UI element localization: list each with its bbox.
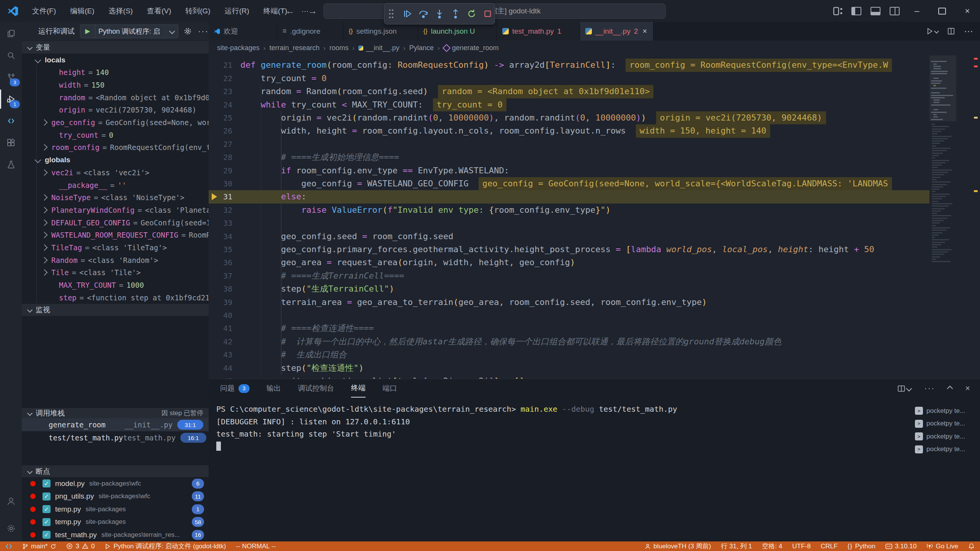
variable-row[interactable]: MAX_TRY_COUNT=1000 [22, 279, 209, 292]
toggle-panel-icon[interactable] [871, 7, 880, 15]
terminal-instance[interactable]: >pocketpy te... [915, 417, 980, 430]
breakpoint-row[interactable]: ✓png_utils.pysite-packages\wfc11 [22, 490, 209, 503]
activity-explorer[interactable] [0, 24, 22, 43]
code-editor[interactable]: 2021def generate_room(room_config: RoomR… [209, 55, 980, 379]
menu-终端(T)[interactable]: 终端(T) [263, 6, 287, 16]
status-language-mode[interactable]: {}Python [848, 543, 875, 550]
expander-icon[interactable] [41, 194, 48, 201]
expander-icon[interactable] [41, 219, 48, 226]
close-icon[interactable]: × [642, 27, 647, 36]
step-into-icon[interactable] [433, 7, 446, 21]
activity-run-and-debug[interactable]: 1 [0, 90, 22, 109]
expander-icon[interactable] [41, 232, 48, 238]
variables-section-header[interactable]: 变量 [22, 41, 209, 54]
tab-launch.json[interactable]: {}launch.json U [418, 22, 497, 41]
tab-.gdignore[interactable]: ≡.gdignore [277, 22, 343, 41]
status-cursor-position[interactable]: 行 31, 列 1 [721, 542, 752, 551]
toggle-primary-sidebar-icon[interactable] [851, 7, 861, 15]
breakpoint-checkbox[interactable]: ✓ [42, 518, 51, 526]
split-editor-icon[interactable] [947, 28, 955, 35]
status-git-author[interactable]: blueloveTH (3 周前) [645, 542, 711, 551]
variable-row[interactable]: globals [22, 154, 209, 166]
breadcrumb-item[interactable]: site-packages [217, 44, 260, 52]
terminal-instance[interactable]: >pocketpy te... [915, 443, 980, 456]
nav-back-icon[interactable]: ← [285, 5, 295, 16]
breadcrumb-item[interactable]: rooms [329, 44, 348, 52]
breakpoint-row[interactable]: ✓temp.pysite-packages58 [22, 516, 209, 528]
activity-manage[interactable] [0, 519, 22, 538]
variable-row[interactable]: Tile=<class 'Tile'> [22, 266, 209, 279]
variable-row[interactable]: DEFAULT_GEO_CONFIG=GeoConfig(seed=1… [22, 216, 209, 229]
status-remote-indicator[interactable] [5, 543, 12, 550]
status-problems[interactable]: 30 [66, 543, 95, 550]
breadcrumb-item[interactable]: Pylance [409, 44, 434, 52]
expander-icon[interactable] [41, 169, 48, 176]
window-close-button[interactable]: × [955, 0, 980, 22]
breakpoint-checkbox[interactable]: ✓ [42, 531, 51, 539]
panel-tab-端口[interactable]: 端口 [382, 379, 397, 398]
activity-accounts[interactable] [0, 492, 22, 511]
breakpoints-section-header[interactable]: 断点 [22, 465, 209, 477]
status-python-version[interactable]: 3.10.10 [885, 543, 917, 550]
expander-icon[interactable] [35, 157, 41, 163]
callstack-section-header[interactable]: 调用堆栈 因 step 已暂停 [22, 408, 209, 418]
variable-row[interactable]: try_count=0 [22, 129, 209, 141]
status-git-branch[interactable]: main* [22, 543, 56, 550]
customize-layout-icon[interactable] [833, 7, 843, 15]
activity-extensions[interactable] [0, 133, 22, 152]
status-go-live[interactable]: Go Live [926, 543, 958, 550]
status-eol[interactable]: CRLF [821, 543, 838, 550]
window-maximize-button[interactable] [929, 0, 955, 22]
restart-icon[interactable] [465, 7, 479, 21]
drag-handle-icon[interactable] [384, 7, 398, 21]
tab-test_math.py[interactable]: test_math.py1 [497, 22, 580, 41]
debug-config-select[interactable]: ▶ Python 调试程序: 启 [80, 24, 178, 38]
views-more-actions-icon[interactable]: ··· [198, 26, 209, 36]
variable-row[interactable]: random=<Random object at 0x1bf9d01e… [22, 91, 209, 104]
menu-查看(V)[interactable]: 查看(V) [147, 6, 171, 16]
toggle-secondary-sidebar-icon[interactable] [890, 7, 900, 15]
status-notifications[interactable] [968, 543, 975, 549]
callstack-frame[interactable]: test/test_math.pytest_math.py16:1 [22, 431, 209, 444]
breakpoint-row[interactable]: ✓temp.pysite-packages1 [22, 503, 209, 515]
breakpoint-row[interactable]: ✓model.pysite-packages\wfc6 [22, 477, 209, 490]
panel-tab-调试控制台[interactable]: 调试控制台 [298, 379, 334, 398]
expander-icon[interactable] [41, 257, 48, 263]
variable-row[interactable]: __package__='' [22, 179, 209, 191]
expander-icon[interactable] [41, 207, 48, 213]
breadcrumb-item[interactable]: __init__.py [358, 44, 399, 52]
terminal-output[interactable]: PS C:\computer_science\godot-ldtk\site-p… [216, 403, 903, 453]
step-out-icon[interactable] [449, 7, 462, 21]
panel-tab-输出[interactable]: 输出 [266, 379, 281, 398]
panel-tab-问题[interactable]: 问题3 [220, 379, 250, 398]
step-over-icon[interactable] [416, 7, 430, 21]
debug-settings-gear-icon[interactable] [184, 27, 192, 35]
menu-文件(F)[interactable]: 文件(F) [32, 6, 56, 16]
menu-运行(R)[interactable]: 运行(R) [225, 6, 249, 16]
variable-row[interactable]: TileTag=<class 'TileTag'> [22, 241, 209, 254]
expander-icon[interactable] [35, 57, 41, 63]
variable-row[interactable]: Random=<class 'Random'> [22, 254, 209, 266]
tab-欢迎[interactable]: 欢迎 [209, 22, 277, 41]
expander-icon[interactable] [41, 119, 48, 126]
panel-tab-终端[interactable]: 终端 [351, 379, 366, 398]
variable-row[interactable]: vec2i=<class 'vec2i'> [22, 166, 209, 179]
expander-icon[interactable] [41, 144, 48, 151]
editor-more-actions-icon[interactable]: ⋯ [964, 26, 973, 37]
menu-编辑(E)[interactable]: 编辑(E) [70, 6, 94, 16]
continue-icon[interactable] [400, 7, 414, 21]
panel-more-actions-icon[interactable]: ··· [924, 383, 935, 393]
expander-icon[interactable] [41, 245, 48, 251]
stop-icon[interactable] [481, 7, 495, 21]
status-debug-configuration[interactable]: Python 调试程序: 启动文件 (godot-ldtk) [105, 542, 226, 551]
terminal-instance[interactable]: >pocketpy te... [915, 430, 980, 443]
variable-row[interactable]: width=150 [22, 78, 209, 91]
watch-section-header[interactable]: 监视 [22, 303, 209, 316]
run-python-file-icon[interactable] [926, 28, 938, 35]
variable-row[interactable]: room_config=RoomRequestConfig(env_t… [22, 141, 209, 154]
window-minimize-button[interactable]: – [904, 0, 929, 22]
variable-row[interactable]: geo_config=GeoConfig(seed=None, wor… [22, 116, 209, 129]
variable-row[interactable]: PlanetaryWindConfig=<class 'Planeta… [22, 204, 209, 216]
variable-row[interactable]: origin=vec2i(7205730, 9024468) [22, 104, 209, 116]
start-debug-icon[interactable]: ▶ [80, 25, 95, 38]
